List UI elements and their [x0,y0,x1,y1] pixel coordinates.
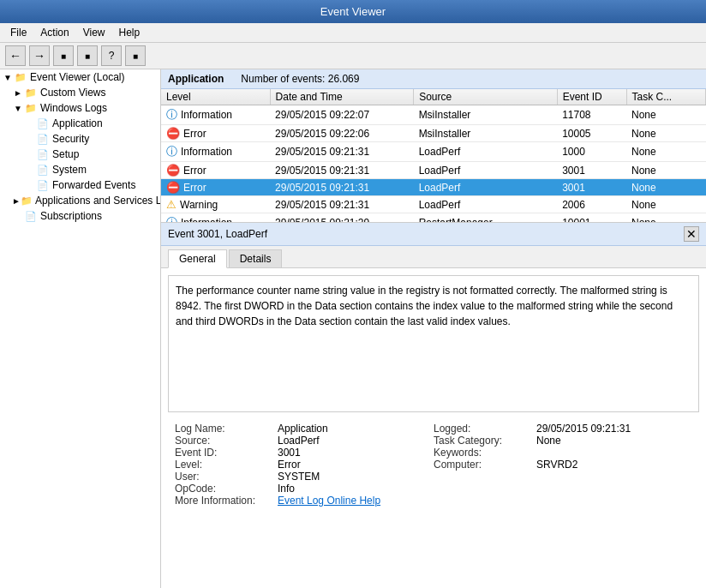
tab-general[interactable]: General [168,249,227,268]
sidebar-item-application[interactable]: 📄 Application [0,116,160,131]
meta-computer-label: Computer: [434,459,536,471]
table-row[interactable]: ⓘInformation 29/05/2015 09:21:29 Restart… [161,213,706,223]
security-label: Security [52,133,89,145]
col-datetime[interactable]: Date and Time [270,89,414,105]
cell-eventid: 10001 [557,213,626,223]
app-services-label: Applications and Services Lo [35,195,161,207]
event-list-container: Application Number of events: 26.069 Lev… [161,69,706,223]
meta-computer: Computer: SRVRD2 [434,459,692,471]
toolbar-btn-4[interactable]: ■ [77,45,98,66]
sidebar-item-security[interactable]: 📄 Security [0,131,160,147]
cell-datetime: 29/05/2015 09:22:07 [270,105,414,125]
toolbar-btn-help[interactable]: ? [101,45,122,66]
meta-left: Log Name: Application Source: LoadPerf E… [175,423,434,507]
meta-level: Level: Error [175,459,434,471]
meta-logged-value: 29/05/2015 09:21:31 [536,423,631,435]
event-detail-header: Event 3001, LoadPerf ✕ [161,223,706,246]
event-log-online-help-link[interactable]: Event Log Online Help [278,495,380,507]
back-button[interactable]: ← [5,45,26,66]
table-row[interactable]: ⛔Error 29/05/2015 09:22:06 MsiInstaller … [161,125,706,142]
meta-user-label: User: [175,471,278,483]
cell-source: LoadPerf [414,179,558,196]
cell-level: ⓘInformation [161,105,270,125]
sidebar-item-app-services[interactable]: ► 📁 Applications and Services Lo [0,193,160,208]
tab-details[interactable]: Details [229,249,283,267]
cell-taskcategory: None [626,125,705,142]
event-table-scroll[interactable]: Level Date and Time Source Event ID Task… [161,89,706,222]
sidebar-item-forwarded-events[interactable]: 📄 Forwarded Events [0,177,160,193]
cell-level: ⚠Warning [161,196,270,213]
meta-eventid-value: 3001 [278,447,301,459]
col-taskcategory[interactable]: Task C... [626,89,705,105]
error-icon: ⛔ [166,164,180,177]
col-eventid[interactable]: Event ID [557,89,626,105]
left-panel: ▼ 📁 Event Viewer (Local) ► 📁 Custom View… [0,69,161,588]
table-row[interactable]: ⓘInformation 29/05/2015 09:22:07 MsiInst… [161,105,706,125]
event-table: Level Date and Time Source Event ID Task… [161,89,706,222]
meta-moreinfo-label: More Information: [175,495,278,507]
tree-root[interactable]: ▼ 📁 Event Viewer (Local) [0,69,160,85]
table-row[interactable]: ⚠Warning 29/05/2015 09:21:31 LoadPerf 20… [161,196,706,213]
menu-view[interactable]: View [76,25,112,40]
event-detail-title: Event 3001, LoadPerf [168,228,267,240]
meta-eventid-label: Event ID: [175,447,278,459]
table-row[interactable]: ⛔Error 29/05/2015 09:21:31 LoadPerf 3001… [161,162,706,179]
cell-datetime: 29/05/2015 09:21:29 [270,213,414,223]
cell-source: LoadPerf [414,142,558,162]
menu-file[interactable]: File [3,25,33,40]
forward-button[interactable]: → [29,45,50,66]
menu-action[interactable]: Action [33,25,75,40]
setup-label: Setup [52,148,79,160]
sidebar-item-setup[interactable]: 📄 Setup [0,147,160,162]
system-icon: 📄 [36,163,50,177]
menu-help[interactable]: Help [112,25,147,40]
table-row[interactable]: ⛔Error 29/05/2015 09:21:31 LoadPerf 3001… [161,179,706,196]
meta-logname-label: Log Name: [175,423,278,435]
windows-logs-arrow: ▼ [12,104,24,113]
meta-keywords: Keywords: [434,447,692,459]
cell-datetime: 29/05/2015 09:21:31 [270,196,414,213]
app-services-arrow: ► [12,196,21,206]
cell-source: RestartManager [414,213,558,223]
meta-taskcategory: Task Category: None [434,435,692,447]
close-button[interactable]: ✕ [684,226,699,242]
event-list-header: Application Number of events: 26.069 [161,69,706,89]
event-table-wrapper: Level Date and Time Source Event ID Task… [161,89,706,222]
meta-logname: Log Name: Application [175,423,434,435]
cell-level: ⛔Error [161,162,270,179]
forwarded-icon: 📄 [36,178,50,192]
col-level[interactable]: Level [161,89,270,105]
sidebar-item-windows-logs[interactable]: ▼ 📁 Windows Logs [0,100,160,116]
cell-datetime: 29/05/2015 09:21:31 [270,142,414,162]
meta-source: Source: LoadPerf [175,435,434,447]
event-list-app-name: Application [168,73,224,85]
sidebar-item-custom-views[interactable]: ► 📁 Custom Views [0,85,160,100]
meta-taskcategory-label: Task Category: [434,435,536,447]
cell-taskcategory: None [626,196,705,213]
cell-taskcategory: None [626,179,705,196]
toolbar: ← → ■ ■ ? ■ [0,43,706,69]
right-panel: Application Number of events: 26.069 Lev… [161,69,706,588]
error-icon: ⛔ [166,127,180,140]
cell-taskcategory: None [626,162,705,179]
toolbar-btn-6[interactable]: ■ [125,45,146,66]
cell-eventid: 1000 [557,142,626,162]
forwarded-label: Forwarded Events [52,179,135,191]
table-header-row: Level Date and Time Source Event ID Task… [161,89,706,105]
cell-eventid: 3001 [557,162,626,179]
sidebar-item-system[interactable]: 📄 System [0,162,160,177]
col-source[interactable]: Source [414,89,558,105]
table-row[interactable]: ⓘInformation 29/05/2015 09:21:31 LoadPer… [161,142,706,162]
windows-logs-label: Windows Logs [40,102,107,114]
cell-taskcategory: None [626,142,705,162]
event-count: Number of events: 26.069 [241,73,359,85]
cell-source: LoadPerf [414,196,558,213]
info-icon: ⓘ [166,215,177,222]
toolbar-btn-3[interactable]: ■ [53,45,74,66]
sidebar-item-subscriptions[interactable]: 📄 Subscriptions [0,208,160,224]
cell-eventid: 2006 [557,196,626,213]
security-icon: 📄 [36,132,50,146]
meta-right: Logged: 29/05/2015 09:21:31 Task Categor… [434,423,692,507]
app-services-icon: 📁 [21,194,33,207]
meta-taskcategory-value: None [536,435,561,447]
